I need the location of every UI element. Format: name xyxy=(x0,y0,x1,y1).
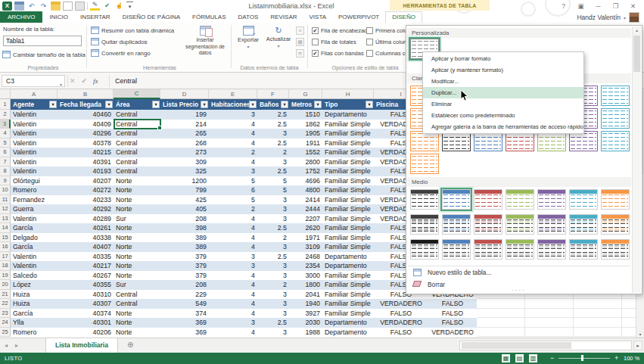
row-header-1[interactable]: 1 xyxy=(0,99,11,110)
cell-E18[interactable]: 3 xyxy=(209,261,257,271)
cell-F3[interactable]: 2.5 xyxy=(257,120,289,129)
enter-icon[interactable]: ✔ xyxy=(82,75,88,87)
cell-F12[interactable]: 3 xyxy=(257,204,289,214)
cell-H17[interactable]: Departamento xyxy=(322,252,374,262)
checkbox-fila-de-totales[interactable]: Fila de totales xyxy=(312,36,370,48)
cell-D4[interactable]: 265 xyxy=(160,129,209,138)
row-header-4[interactable]: 4 xyxy=(0,129,11,138)
cell-D18[interactable]: 379 xyxy=(160,261,209,271)
minimize-icon[interactable]: ─ xyxy=(590,2,606,11)
cell-G22[interactable]: 1940 xyxy=(289,299,322,309)
cell-H9[interactable]: Familiar Simple xyxy=(322,176,374,186)
table-style-thumbnail[interactable] xyxy=(537,131,566,151)
cell-C4[interactable]: Central xyxy=(114,129,160,138)
table-style-thumbnail[interactable] xyxy=(410,239,439,260)
cell-C23[interactable]: Norte xyxy=(114,309,160,319)
cell-H19[interactable]: Familiar Simple xyxy=(322,271,374,281)
open-in-browser-mini-button[interactable]: ▦ xyxy=(296,38,304,46)
cell-D17[interactable]: 379 xyxy=(160,252,209,262)
filter-icon[interactable]: ▾ xyxy=(105,101,113,108)
column-header-D[interactable]: D xyxy=(160,89,209,99)
table-style-thumbnail[interactable] xyxy=(410,189,439,210)
close-icon[interactable]: ✕ xyxy=(625,2,641,11)
cell-F24[interactable]: 2.5 xyxy=(257,318,289,328)
cell-E2[interactable]: 3 xyxy=(209,110,257,120)
cell-C8[interactable]: Central xyxy=(114,166,160,176)
cell-G17[interactable]: 2468 xyxy=(289,252,322,262)
table-style-thumbnail[interactable] xyxy=(569,239,598,260)
table-style-thumbnail[interactable] xyxy=(537,189,566,210)
empty-cell[interactable] xyxy=(525,299,574,309)
table-style-thumbnail[interactable] xyxy=(601,189,630,210)
scroll-up-icon[interactable]: ▴ xyxy=(633,27,641,33)
row-header-23[interactable]: 23 xyxy=(0,309,11,319)
cell-B3[interactable]: 40409 xyxy=(58,120,114,129)
cell-F13[interactable]: 3 xyxy=(257,214,289,224)
column-header-G[interactable]: G xyxy=(289,89,322,99)
empty-cell[interactable] xyxy=(574,318,622,328)
normal-view-icon[interactable]: ▦ xyxy=(502,354,510,362)
cell-A23[interactable]: García xyxy=(11,309,58,319)
cell-D10[interactable]: 799 xyxy=(160,185,209,195)
cell-G15[interactable]: 1971 xyxy=(289,233,322,243)
menu-item-aplicar-y-borrar-formato[interactable]: Aplicar y borrar formato xyxy=(423,53,583,64)
empty-cell[interactable] xyxy=(477,309,525,319)
cell-H25[interactable]: Departamento xyxy=(322,328,374,338)
cell-F22[interactable]: 3 xyxy=(257,299,289,309)
cell-G3[interactable]: 1862 xyxy=(289,120,322,129)
cell-G18[interactable]: 2354 xyxy=(289,261,322,271)
cell-D2[interactable]: 199 xyxy=(160,110,209,120)
cell-D3[interactable]: 214 xyxy=(160,120,209,129)
zoom-slider-thumb[interactable] xyxy=(581,355,583,361)
cell-A3[interactable]: Valentin xyxy=(11,120,58,129)
cell-B6[interactable]: 40215 xyxy=(58,148,114,157)
table-header-baños[interactable]: Baños▾ xyxy=(257,99,289,110)
ribbon-tab-inicio[interactable]: INICIO xyxy=(43,11,73,23)
cell-G13[interactable]: 2207 xyxy=(289,214,322,224)
cell-F8[interactable]: 2.5 xyxy=(257,166,289,176)
cell-G20[interactable]: 1800 xyxy=(289,280,322,290)
table-header-metros[interactable]: Metros▾ xyxy=(289,99,322,110)
table-style-thumbnail[interactable] xyxy=(442,214,471,235)
row-header-17[interactable]: 17 xyxy=(0,252,11,262)
cell-D11[interactable]: 425 xyxy=(160,195,209,205)
table-style-thumbnail[interactable] xyxy=(601,86,630,106)
cell-C16[interactable]: Norte xyxy=(114,242,160,252)
print-preview-icon[interactable] xyxy=(75,2,85,11)
cell-B8[interactable]: 40193 xyxy=(58,166,114,176)
filter-icon[interactable]: ▾ xyxy=(152,101,160,108)
cell-B19[interactable]: 40267 xyxy=(58,271,114,281)
cell-H13[interactable]: Familiar Simple xyxy=(322,214,374,224)
restore-icon[interactable]: ❐ xyxy=(608,2,624,11)
cell-B17[interactable]: 40335 xyxy=(58,252,114,262)
row-header-13[interactable]: 13 xyxy=(0,214,11,224)
cell-D14[interactable]: 398 xyxy=(160,223,209,233)
table-name-input[interactable]: Tabla1 xyxy=(3,36,82,46)
cell-A2[interactable]: Valentin xyxy=(11,110,58,120)
cell-B11[interactable]: 40233 xyxy=(58,195,114,205)
cell-B16[interactable]: 40407 xyxy=(58,242,114,252)
empty-cell[interactable] xyxy=(477,299,525,309)
cell-E5[interactable]: 4 xyxy=(209,138,257,148)
cell-H22[interactable]: Familiar Simple xyxy=(322,299,374,309)
cell-A20[interactable]: López xyxy=(11,280,58,290)
redo-icon[interactable]: ↷ xyxy=(39,2,48,11)
cell-H16[interactable]: Familiar Simple xyxy=(322,242,374,252)
cell-E9[interactable]: 5 xyxy=(209,176,257,186)
cell-C6[interactable]: Central xyxy=(114,148,160,157)
row-header-22[interactable]: 22 xyxy=(0,299,11,309)
cell-E23[interactable]: 4 xyxy=(209,309,257,319)
cell-H7[interactable]: Familiar Simple xyxy=(322,157,374,167)
table-style-thumbnail[interactable] xyxy=(474,189,502,210)
name-box[interactable]: C3 ▾ xyxy=(2,75,65,87)
cell-A25[interactable]: Romero xyxy=(11,328,58,338)
row-header-14[interactable]: 14 xyxy=(0,223,11,233)
column-header-B[interactable]: B xyxy=(58,89,114,99)
cell-G7[interactable]: 2800 xyxy=(289,157,322,167)
cell-G19[interactable]: 3000 xyxy=(289,271,322,281)
empty-cell[interactable] xyxy=(477,318,525,328)
cell-I24[interactable]: VERDADERO xyxy=(374,318,428,328)
cell-H21[interactable]: Familiar Simple xyxy=(322,290,374,300)
table-style-thumbnail[interactable] xyxy=(537,239,566,260)
cell-A14[interactable]: García xyxy=(11,223,58,233)
